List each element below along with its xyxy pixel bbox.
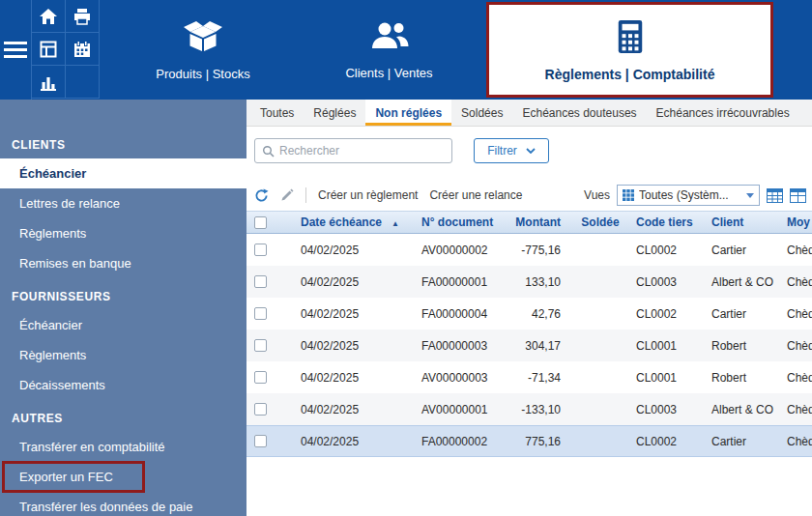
tab-echeances-irrecouvrables[interactable]: Echéances irrécouvrables <box>647 100 799 126</box>
sidebar-item-remises-en-banque[interactable]: Remises en banque <box>0 248 246 278</box>
cell-payment: Chèqu <box>779 403 812 416</box>
row-checkbox[interactable] <box>254 244 267 256</box>
echeances-table: Date échéance▲ N° document Montant Soldé… <box>246 211 812 457</box>
cell-date: 04/02/2025 <box>293 403 414 416</box>
row-checkbox[interactable] <box>254 307 267 320</box>
cell-document: FA00000004 <box>414 307 499 321</box>
edit-button[interactable] <box>280 188 294 202</box>
cell-amount: 775,16 <box>499 435 572 448</box>
cell-payment: Chèqu <box>779 435 812 448</box>
people-icon <box>368 19 411 54</box>
hamburger-menu-button[interactable] <box>0 0 32 100</box>
row-checkbox[interactable] <box>254 403 267 416</box>
sidebar-item-transferer-en-comptabilite[interactable]: Transférer en comptabilité <box>0 432 246 462</box>
cell-code-tiers: CL0002 <box>628 244 704 257</box>
cell-code-tiers: CL0002 <box>628 307 704 321</box>
select-all-checkbox[interactable] <box>254 216 267 229</box>
cell-amount: 304,17 <box>499 339 572 353</box>
nav-label: Règlements | Comptabilité <box>545 67 715 82</box>
chevron-down-icon <box>526 148 536 154</box>
nav-clients-ventes[interactable]: Clients | Ventes <box>304 0 474 100</box>
nav-produits-stocks[interactable]: Produits | Stocks <box>111 0 295 100</box>
views-dropdown[interactable]: Toutes (Systèm... <box>617 185 760 206</box>
column-header-client[interactable]: Client <box>704 215 779 229</box>
column-header-document[interactable]: N° document <box>414 215 499 229</box>
sidebar-item-decaissements[interactable]: Décaissements <box>0 370 246 400</box>
cell-date: 04/02/2025 <box>293 275 414 289</box>
table-view-2-button[interactable] <box>790 188 806 203</box>
sidebar-item-transferer-les-donnees-de-paie[interactable]: Transférer les données de paie <box>0 492 246 516</box>
row-checkbox[interactable] <box>254 339 267 352</box>
dropdown-arrow-icon <box>746 193 754 198</box>
table-row[interactable]: 04/02/2025AV00000001-133,10CL0003Albert … <box>246 393 812 425</box>
tab-soldees[interactable]: Soldées <box>451 100 512 126</box>
row-checkbox[interactable] <box>254 435 267 447</box>
top-bar: Produits | Stocks Clients | Ventes Règle… <box>0 0 812 100</box>
tab-toutes[interactable]: Toutes <box>250 100 304 126</box>
views-dropdown-value: Toutes (Systèm... <box>639 188 741 202</box>
cell-client: Robert <box>704 339 779 353</box>
sidebar-item-exporter-un-fec[interactable]: Exporter un FEC <box>0 462 246 492</box>
home-button[interactable] <box>32 0 66 33</box>
search-box <box>254 138 452 163</box>
table-row[interactable]: 04/02/2025AV00000003-71,34CL0001RobertCh… <box>246 361 812 393</box>
table-row[interactable]: 04/02/2025FA00000002775,16CL0002CartierC… <box>246 425 812 457</box>
row-checkbox-cell <box>246 435 274 447</box>
nav-reglements-comptabilite[interactable]: Règlements | Comptabilité <box>486 2 773 98</box>
cell-document: AV00000003 <box>414 371 499 385</box>
chart-button[interactable] <box>32 66 66 99</box>
row-checkbox[interactable] <box>254 371 267 384</box>
column-header-montant[interactable]: Montant <box>499 215 572 229</box>
filter-button[interactable]: Filtrer <box>474 138 549 163</box>
tab-reglees[interactable]: Réglées <box>304 100 365 126</box>
print-button[interactable] <box>66 0 100 33</box>
tab-echeances-douteuses[interactable]: Echéances douteuses <box>512 100 646 126</box>
sidebar-item-echeancier[interactable]: Échéancier <box>0 158 246 188</box>
cell-document: FA00000002 <box>414 435 499 448</box>
sidebar-item-reglements[interactable]: Règlements <box>0 340 246 370</box>
cell-document: FA00000001 <box>414 275 499 289</box>
nav-label: Clients | Ventes <box>345 66 432 80</box>
cell-amount: -71,34 <box>499 371 572 385</box>
table-row[interactable]: 04/02/2025AV00000002-775,16CL0002Cartier… <box>246 234 812 266</box>
column-label: Date échéance <box>301 215 382 229</box>
cell-document: FA00000003 <box>414 339 499 353</box>
cell-client: Albert & CO <box>704 275 779 289</box>
tab-non-reglees[interactable]: Non réglées <box>365 100 451 126</box>
edit-pencil-icon <box>280 188 294 202</box>
column-header-soldee[interactable]: Soldée <box>572 215 628 229</box>
cell-date: 04/02/2025 <box>293 307 414 321</box>
column-header-moyen[interactable]: Moy <box>779 215 812 229</box>
sidebar-item-lettres-de-relance[interactable]: Lettres de relance <box>0 188 246 218</box>
refresh-button[interactable] <box>254 188 269 203</box>
sidebar-item-reglements[interactable]: Règlements <box>0 218 246 248</box>
create-reglement-button[interactable]: Créer un règlement <box>318 188 418 202</box>
form-button[interactable] <box>32 33 66 66</box>
cell-client: Cartier <box>704 307 779 321</box>
home-icon <box>39 7 58 26</box>
cell-payment: Chèqu <box>779 307 812 321</box>
table-body: 04/02/2025AV00000002-775,16CL0002Cartier… <box>246 234 812 457</box>
table-view-icon <box>767 188 783 203</box>
quick-access-tiles <box>32 0 100 99</box>
table-row[interactable]: 04/02/2025FA00000001133,10CL0003Albert &… <box>246 266 812 298</box>
tab-bar: ToutesRégléesNon régléesSoldéesEchéances… <box>246 100 812 127</box>
table-view-button[interactable] <box>767 188 783 203</box>
toolbar: Créer un règlement Créer une relance Vue… <box>254 185 806 206</box>
table-row[interactable]: 04/02/2025FA00000003304,17CL0001RobertCh… <box>246 330 812 361</box>
column-header-code-tiers[interactable]: Code tiers <box>628 215 704 229</box>
cell-client: Albert & CO <box>704 403 779 416</box>
sidebar-groups: CLIENTSÉchéancierLettres de relanceRègle… <box>0 138 246 516</box>
sort-asc-icon: ▲ <box>392 219 399 228</box>
calendar-button[interactable] <box>66 33 100 66</box>
search-input[interactable] <box>279 144 445 158</box>
create-relance-button[interactable]: Créer une relance <box>429 188 522 202</box>
header-checkbox-cell <box>246 216 274 229</box>
cell-document: AV00000002 <box>414 244 499 257</box>
cell-amount: 42,76 <box>499 307 572 321</box>
row-checkbox-cell <box>246 244 274 256</box>
sidebar-item-echeancier[interactable]: Échéancier <box>0 310 246 340</box>
column-header-date-echeance[interactable]: Date échéance▲ <box>293 215 414 229</box>
table-row[interactable]: 04/02/2025FA0000000442,76CL0002CartierCh… <box>246 298 812 330</box>
row-checkbox[interactable] <box>254 275 267 288</box>
